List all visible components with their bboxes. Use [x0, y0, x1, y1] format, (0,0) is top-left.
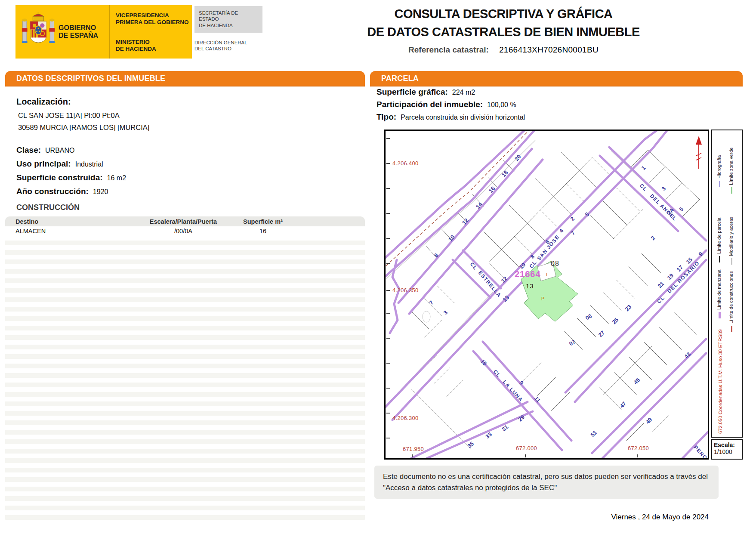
construccion-title: CONSTRUCCIÓN [16, 203, 365, 212]
map-label: 4 [558, 227, 565, 234]
map-label: 27 [597, 329, 606, 338]
field-value: 1920 [93, 188, 108, 195]
section-header-datos-descriptivos: DATOS DESCRIPTIVOS DEL INMUEBLE [5, 71, 365, 86]
map-label: 12 [500, 275, 509, 284]
property-fields: Clase:URBANOUso principal:IndustrialSupe… [16, 145, 365, 196]
field-value: 100,00 % [487, 101, 516, 108]
secretaria-box: SECRETARÍA DE ESTADODE HACIENDA [194, 6, 262, 33]
legend-label: Hidrografía [716, 155, 722, 179]
government-name: GOBIERNO DE ESPAÑA [59, 24, 98, 40]
construccion-table-header: DestinoEscalera/Planta/PuertaSuperficie … [5, 216, 365, 226]
field-label: Tipo: [376, 112, 396, 121]
map-label: CL [469, 261, 479, 272]
table-cell: ALMACEN [5, 228, 140, 235]
map-label: ESTRELLA [477, 270, 503, 299]
map-label: CL [492, 369, 502, 379]
map-label: CL [656, 295, 666, 305]
field-value: Parcela construida sin división horizont… [401, 114, 525, 121]
field-row: Superficie gráfica:224 m2 [376, 87, 525, 97]
legend-label: Límite de manzana [716, 269, 722, 310]
map-label: I [546, 272, 548, 277]
map-label: 3 [442, 309, 449, 316]
legend-entry: Límite de parcela [716, 212, 722, 262]
map-label: 4.206.300 [392, 415, 419, 421]
map-label: 49 [645, 416, 654, 425]
construccion-table: DestinoEscalera/Planta/PuertaSuperficie … [5, 216, 365, 523]
legend-label: Límite de construcciones [728, 271, 734, 324]
map-label: 25 [611, 316, 620, 325]
left-panel: Localización: CL SAN JOSE 11[A] Pl:00 Pt… [5, 86, 365, 523]
parcela-fields: Superficie gráfica:224 m2Participación d… [376, 87, 525, 125]
document-date: Viernes , 24 de Mayo de 2024 [611, 513, 709, 522]
table-row: ALMACEN/00/0A16 [5, 226, 365, 236]
cadastral-document-page: GOBIERNO DE ESPAÑA VICEPRESIDENCIAPRIMER… [0, 0, 756, 534]
cadastral-reference: Referencia catastral:2166413XH7026N0001B… [344, 45, 663, 55]
map-label: 4.206.350 [392, 287, 419, 293]
map-label: P [541, 296, 545, 301]
map-label: 45 [633, 377, 642, 386]
map-label: 06 [584, 312, 593, 321]
disclaimer-box: Este documento no es una certificación c… [374, 466, 719, 499]
field-value: 16 m2 [107, 174, 126, 182]
field-row: Clase:URBANO [16, 145, 365, 155]
legend-entry: Mobiliario y aceras [728, 206, 734, 265]
table-header-cell: Superficie m² [226, 218, 299, 225]
empty-table-rows [5, 236, 365, 523]
field-row: Año construcción:1920 [16, 187, 365, 196]
field-row: Uso principal:Industrial [16, 159, 365, 169]
field-row: Participación del inmueble:100,00 % [376, 100, 525, 109]
map-label: 13 [526, 282, 534, 290]
legend-swatch [731, 187, 732, 194]
field-row: Superficie construida:16 m2 [16, 173, 365, 182]
map-label: 2 [569, 215, 576, 222]
legend-entry: Límite de construcciones [728, 264, 734, 332]
map-label: 07 [568, 338, 577, 347]
map-label: 10 [447, 234, 456, 243]
map-label: 12 [461, 217, 470, 226]
map-label: 7 [428, 299, 435, 306]
field-label: Uso principal: [16, 159, 71, 168]
ministerio-label: MINISTERIODE HACIENDA [116, 39, 192, 52]
legend-swatch [719, 181, 720, 187]
legend-entry: Límite de manzana [716, 266, 722, 318]
field-label: Participación del inmueble: [376, 100, 483, 109]
field-value: URBANO [45, 147, 74, 154]
legend-swatch [719, 256, 720, 262]
legend-label: Mobiliario y aceras [728, 216, 734, 256]
section-header-parcela: PARCELA [370, 71, 743, 86]
legend-entry: Hidrografía [716, 148, 722, 187]
field-value: 224 m2 [452, 89, 475, 96]
table-header-cell: Escalera/Planta/Puerta [140, 218, 226, 225]
map-label: 3 [660, 185, 667, 192]
map-label: 19 [666, 272, 675, 281]
map-label: 672.050 [628, 445, 649, 451]
map-label: 23 [624, 303, 633, 312]
table-cell: 16 [226, 228, 299, 235]
map-label: 43 [683, 351, 692, 360]
cadastral-map: 4.206.4004.206.3504.206.300671.950672.00… [384, 130, 709, 460]
map-label: 35 [466, 441, 475, 450]
legend-swatch [731, 258, 732, 265]
field-value: Industrial [75, 161, 103, 168]
map-label: 5 [678, 206, 685, 213]
table-cell: /00/0A [140, 228, 226, 235]
map-label: 14 [475, 201, 484, 210]
construccion-table-body: ALMACEN/00/0A16 [5, 226, 365, 236]
table-header-cell: Destino [5, 218, 140, 225]
map-label: 08 [551, 260, 559, 267]
document-title-line1: CONSULTA DESCRIPTIVA Y GRÁFICA [344, 7, 663, 21]
utm-coordinates-note: 672.050 Coordenadas U.T.M. Huso 30 ETRS8… [718, 324, 723, 434]
legend-swatch [731, 326, 732, 332]
map-label: 1 [640, 164, 647, 171]
map-label: 11 [533, 395, 542, 404]
government-logo-block: GOBIERNO DE ESPAÑA VICEPRESIDENCIAPRIMER… [15, 5, 192, 59]
map-label: 2 [650, 235, 657, 241]
field-label: Clase: [16, 145, 41, 154]
reference-label: Referencia catastral: [408, 45, 489, 54]
spain-coat-of-arms-icon [22, 11, 55, 52]
map-label: 21 [657, 280, 666, 289]
direccion-catastro-label: DIRECCIÓN GENERALDEL CATASTRO [194, 40, 268, 52]
scale-value: 1/1000 [714, 448, 740, 455]
document-title-line2: DE DATOS CATASTRALES DE BIEN INMUEBLE [344, 25, 663, 39]
legend-label: Límite de parcela [716, 218, 722, 254]
